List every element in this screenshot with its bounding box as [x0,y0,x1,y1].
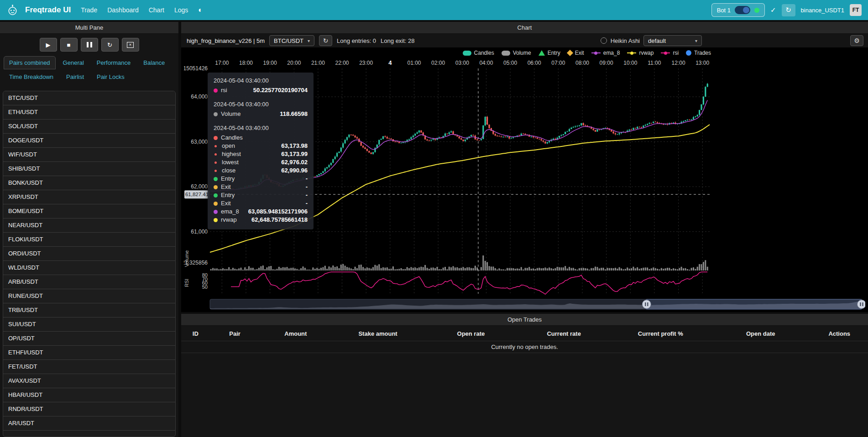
tooltip-group: 2024-05-04 03:40:00Volume118.66598 [214,101,308,118]
pair-list-item[interactable]: FET/USDT [3,360,175,374]
series-dot-icon [214,185,218,189]
pair-list-item[interactable]: NEAR/USDT [3,218,175,233]
chart-tooltip: 2024-05-04 03:40:00rsi50.225770201907042… [208,73,314,229]
nav-link-logs[interactable]: Logs [174,6,188,14]
pair-list-item[interactable]: XRP/USDT [3,190,175,204]
tab-pairs-combined[interactable]: Pairs combined [4,56,56,69]
tab-balance[interactable]: Balance [138,56,170,69]
legend-item-ema_8[interactable]: ema_8 [591,50,620,56]
navbar: Freqtrade UI TradeDashboardChartLogs ◐ B… [0,0,868,20]
legend-item-entry[interactable]: Entry [539,50,560,56]
legend-item-candles[interactable]: Candles [463,50,494,56]
table-header-row: IDPairAmountStake amountOpen rateCurrent… [181,327,868,341]
column-header-amount[interactable]: Amount [260,327,331,341]
refresh-bot-button[interactable]: ↻ [782,4,795,16]
chart-options: Heikin Ashi default ▾ [601,35,702,46]
tab-general[interactable]: General [58,56,89,69]
pair-list-item[interactable]: BTC/USDT [3,91,175,105]
bot-toggle[interactable] [735,6,750,14]
chart-panel-header: Chart [181,22,868,34]
column-header-pair[interactable]: Pair [210,327,260,341]
pair-list-item[interactable]: SUI/USDT [3,317,175,332]
column-header-open-rate[interactable]: Open rate [424,327,518,341]
pair-list-item[interactable]: DOGE/USDT [3,134,175,148]
brand[interactable]: Freqtrade UI [25,5,71,15]
nav-link-trade[interactable]: Trade [81,6,97,14]
legend-item-volume[interactable]: Volume [502,50,531,56]
bot-name: binance_USDT1 [801,7,844,14]
tab-performance[interactable]: Performance [91,56,136,69]
pair-list-item[interactable]: SOL/USDT [3,120,175,134]
pair-list-item[interactable]: SHIB/USDT [3,162,175,176]
series-dot-icon [214,170,217,172]
reload-button[interactable]: ↻ [101,38,119,52]
pair-select-value: BTC/USDT [274,37,303,44]
legend-label: rsi [673,50,679,56]
avatar[interactable]: FT [850,4,862,16]
legend-item-exit[interactable]: Exit [568,50,584,56]
pair-list-item[interactable]: ETH/USDT [3,105,175,120]
bot-selector[interactable]: Bot 1 [711,3,765,17]
nav-link-dashboard[interactable]: Dashboard [107,6,139,14]
pair-list-item[interactable]: HBAR/USDT [3,388,175,402]
pair-list-item[interactable]: RNDR/USDT [3,402,175,416]
tooltip-label: rvwap [221,216,237,224]
legend-label: Volume [513,50,531,56]
pair-list-item[interactable]: TRB/USDT [3,303,175,317]
tooltip-row: Entry- [214,175,308,183]
pair-list-item[interactable]: AR/USDT [3,416,175,431]
pair-list-item[interactable]: BONK/USDT [3,176,175,190]
column-header-current-rate[interactable]: Current rate [518,327,611,341]
heikin-ashi-label: Heikin Ashi [611,37,640,44]
tooltip-datetime: 2024-05-04 03:40:00 [214,77,308,84]
tab-time-breakdown[interactable]: Time Breakdown [4,70,59,83]
pair-list-item[interactable]: AVAX/USDT [3,374,175,388]
chart-refresh-button[interactable]: ↻ [319,35,332,46]
pair-select[interactable]: BTC/USDT ▾ [269,35,314,46]
column-header-current-profit-[interactable]: Current profit % [611,327,711,341]
pair-list-item[interactable]: RUNE/USDT [3,289,175,303]
svg-text:02:00: 02:00 [431,60,445,66]
svg-text:50: 50 [202,284,208,290]
column-header-stake-amount[interactable]: Stake amount [331,327,424,341]
legend-label: ema_8 [603,50,620,56]
clear-button[interactable]: × [122,38,139,52]
pair-list-item[interactable]: FLOKI/USDT [3,233,175,247]
stop-button[interactable]: ■ [60,38,78,52]
long-exit-label: Long exit: 28 [381,37,414,44]
pair-list-item[interactable]: ORDI/USDT [3,247,175,261]
pair-list-item[interactable]: OP/USDT [3,332,175,346]
pair-list-item[interactable]: BOME/USDT [3,204,175,218]
column-header-actions[interactable]: Actions [811,327,868,341]
svg-text:03:00: 03:00 [455,60,469,66]
legend-item-rsi[interactable]: rsi [661,50,679,56]
tooltip-row: rvwap62,648.75785661418 [214,216,308,224]
legend-item-rvwap[interactable]: rvwap [627,50,654,56]
pair-list-item[interactable]: ARB/USDT [3,275,175,289]
column-header-id[interactable]: ID [181,327,210,341]
plot-config-select[interactable]: default ▾ [643,35,702,46]
play-button[interactable]: ▶ [40,38,57,52]
pair-list-item[interactable]: WIF/USDT [3,148,175,162]
column-header-open-date[interactable]: Open date [711,327,810,341]
pause-button[interactable] [81,38,98,52]
svg-text:08:00: 08:00 [575,60,589,66]
tab-pair-locks[interactable]: Pair Locks [91,70,130,83]
tooltip-datetime: 2024-05-04 03:40:00 [214,125,308,131]
legend-item-trades[interactable]: Trades [686,50,711,56]
sidebar-tabs: Pairs combinedGeneralPerformanceBalance … [0,53,178,87]
plot-settings-gear-button[interactable]: ⚙ [850,35,863,46]
nav-link-chart[interactable]: Chart [149,6,164,14]
tab-pairlist[interactable]: Pairlist [61,70,89,83]
pair-list-item[interactable]: ETHFI/USDT [3,346,175,360]
heikin-ashi-checkbox[interactable] [601,37,607,44]
pair-list-item[interactable]: WLD/USDT [3,261,175,275]
svg-text:63,000: 63,000 [191,139,208,145]
svg-text:17:00: 17:00 [215,60,229,66]
bot-control-buttons: ▶■↻× [0,38,178,52]
tooltip-label: close [222,166,235,175]
theme-toggle-icon[interactable]: ◐ [198,6,203,14]
svg-text:20:00: 20:00 [287,60,301,66]
strategy-label: high_frog_binance_v226 | 5m [187,37,265,44]
tooltip-row: rsi50.22577020190704 [214,86,308,94]
